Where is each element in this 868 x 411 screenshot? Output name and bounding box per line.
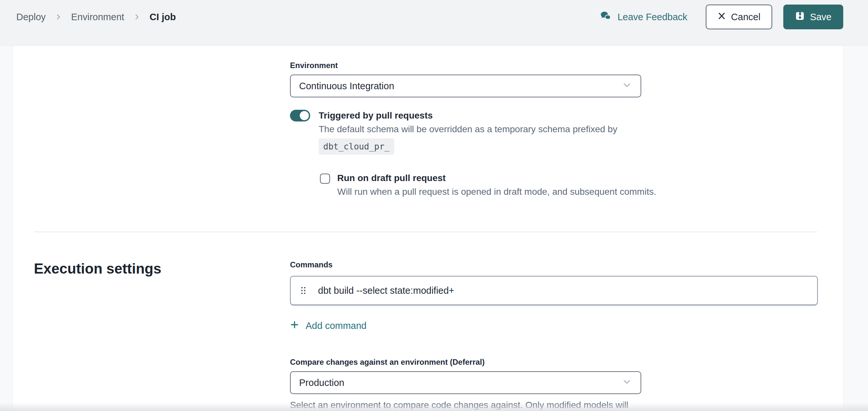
breadcrumb-ci-job: CI job (150, 12, 176, 23)
plus-icon (290, 320, 299, 331)
left-gutter (0, 46, 13, 411)
environment-select-value: Continuous Integration (299, 81, 394, 92)
cancel-button[interactable]: Cancel (706, 5, 772, 29)
chevron-down-icon (622, 377, 632, 389)
deferral-label: Compare changes against an environment (… (290, 357, 843, 367)
triggered-by-pr-text: Triggered by pull requests The default s… (319, 110, 617, 155)
chevron-right-icon (55, 13, 62, 21)
environment-select[interactable]: Continuous Integration (290, 74, 641, 97)
breadcrumb-environment[interactable]: Environment (71, 12, 124, 23)
chevron-right-icon (133, 13, 141, 21)
triggered-by-pr-description-text: The default schema will be overridden as… (319, 124, 617, 134)
save-button[interactable]: Save (783, 5, 843, 29)
right-gutter (843, 46, 868, 411)
run-on-draft-checkbox[interactable] (320, 173, 330, 184)
add-command-button[interactable]: Add command (290, 320, 367, 331)
run-on-draft-description: Will run when a pull request is opened i… (337, 185, 656, 198)
triggered-by-pr-description: The default schema will be overridden as… (319, 123, 617, 155)
topbar-actions: Leave Feedback Cancel Save (600, 5, 843, 29)
triggered-by-pr-row: Triggered by pull requests The default s… (290, 110, 843, 155)
execution-settings-title: Execution settings (34, 260, 290, 411)
run-on-draft-text: Run on draft pull request Will run when … (337, 172, 656, 198)
leave-feedback-label: Leave Feedback (617, 12, 687, 23)
deferral-select[interactable]: Production (290, 371, 641, 394)
save-icon (795, 11, 805, 23)
save-button-label: Save (810, 12, 832, 23)
chevron-down-icon (622, 80, 632, 93)
drag-handle-icon[interactable] (301, 286, 306, 295)
deferral-select-value: Production (299, 377, 344, 388)
deferral-help-text: Select an environment to compare code ch… (290, 399, 640, 411)
toggle-knob (300, 111, 309, 120)
run-on-draft-row: Run on draft pull request Will run when … (320, 172, 843, 198)
command-input-value[interactable]: dbt build --select state:modified+ (318, 285, 454, 296)
run-on-draft-label: Run on draft pull request (337, 172, 656, 184)
settings-card: Environment Continuous Integration Trigg… (13, 46, 843, 411)
close-icon (717, 12, 726, 23)
breadcrumb: Deploy Environment CI job (16, 12, 176, 23)
breadcrumb-deploy[interactable]: Deploy (16, 12, 45, 23)
commands-label: Commands (290, 260, 843, 269)
page-body: Environment Continuous Integration Trigg… (0, 46, 868, 411)
add-command-label: Add command (306, 320, 367, 331)
execution-settings-section: Execution settings Commands dbt build --… (13, 232, 843, 411)
schema-prefix-chip: dbt_cloud_pr_ (319, 138, 394, 155)
triggered-by-pr-label: Triggered by pull requests (319, 110, 617, 122)
chat-bubbles-icon (600, 10, 612, 24)
cancel-button-label: Cancel (731, 12, 761, 23)
triggered-by-pr-toggle[interactable] (290, 110, 310, 122)
execution-settings-fields: Commands dbt build --select state:modifi… (290, 260, 843, 411)
triggers-section: Environment Continuous Integration Trigg… (13, 46, 843, 198)
top-action-bar: Deploy Environment CI job Leave Feedback… (0, 0, 868, 46)
environment-label: Environment (290, 61, 843, 70)
leave-feedback-link[interactable]: Leave Feedback (600, 10, 687, 24)
command-row[interactable]: dbt build --select state:modified+ (290, 276, 818, 305)
